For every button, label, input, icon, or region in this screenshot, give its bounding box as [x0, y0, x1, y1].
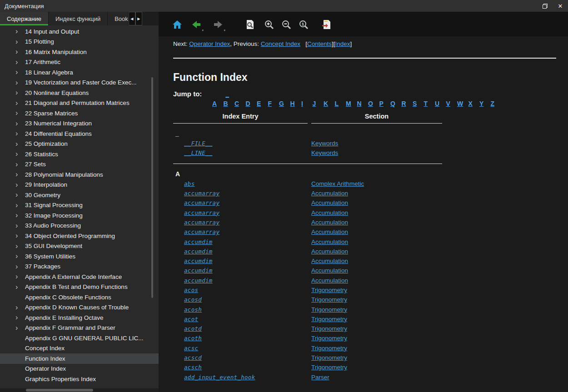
- sidebar-item[interactable]: ›20 Nonlinear Equations: [0, 88, 159, 98]
- sidebar-item[interactable]: ›35 GUI Development: [0, 241, 159, 252]
- sidebar-item[interactable]: ›29 Interpolation: [0, 180, 159, 190]
- section-link[interactable]: Trigonometry: [311, 325, 347, 332]
- next-link[interactable]: Operator Index: [189, 40, 230, 47]
- section-link[interactable]: Accumulation: [311, 248, 348, 255]
- sidebar-item[interactable]: Graphics Properties Index: [0, 374, 159, 384]
- jump-letter-link[interactable]: R: [402, 100, 413, 107]
- sidebar-item[interactable]: ›30 Geometry: [0, 190, 159, 200]
- section-link[interactable]: Keywords: [311, 140, 338, 147]
- function-entry-link[interactable]: add_input_event_hook: [184, 374, 255, 381]
- section-link[interactable]: Trigonometry: [311, 354, 347, 361]
- section-link[interactable]: Accumulation: [311, 219, 348, 226]
- previous-link[interactable]: Concept Index: [261, 40, 300, 47]
- chevron-right-icon[interactable]: ›: [15, 28, 25, 35]
- jump-letter-link[interactable]: N: [357, 100, 369, 107]
- jump-letter-link[interactable]: J: [313, 100, 324, 107]
- function-entry-link[interactable]: accumdim: [184, 248, 213, 255]
- sidebar-item[interactable]: ›37 Packages: [0, 262, 159, 272]
- chevron-right-icon[interactable]: ›: [15, 202, 25, 209]
- jump-letter-link[interactable]: L: [335, 100, 346, 107]
- back-button[interactable]: ▾: [189, 17, 204, 32]
- function-entry-link[interactable]: acoth: [184, 335, 202, 342]
- chevron-right-icon[interactable]: ›: [15, 181, 25, 189]
- jump-letter-link[interactable]: A: [212, 100, 224, 107]
- section-link[interactable]: Trigonometry: [311, 335, 347, 342]
- jump-letter-link[interactable]: O: [368, 100, 379, 107]
- function-entry-link[interactable]: accumarray: [184, 228, 219, 235]
- function-entry-link[interactable]: accumarray: [184, 199, 219, 206]
- sidebar-item[interactable]: ›16 Matrix Manipulation: [0, 47, 159, 57]
- sidebar-item[interactable]: ›33 Audio Processing: [0, 221, 159, 231]
- chevron-right-icon[interactable]: ›: [15, 243, 25, 250]
- sidebar-item[interactable]: ›32 Image Processing: [0, 210, 159, 221]
- chevron-right-icon[interactable]: ›: [15, 130, 25, 137]
- sidebar-item[interactable]: ›28 Polynomial Manipulations: [0, 169, 159, 180]
- chevron-right-icon[interactable]: ›: [15, 69, 25, 76]
- jump-letter-link[interactable]: E: [257, 100, 268, 107]
- section-link[interactable]: Accumulation: [311, 267, 348, 274]
- chevron-right-icon[interactable]: ›: [15, 89, 25, 96]
- zoom-in-button[interactable]: [261, 17, 277, 32]
- section-link[interactable]: Trigonometry: [311, 345, 347, 352]
- sidebar-item[interactable]: ›25 Optimization: [0, 139, 159, 149]
- sidebar-item[interactable]: ›19 Vectorization and Faster Code Exec..…: [0, 78, 159, 88]
- function-entry-link[interactable]: accumarray: [184, 209, 219, 216]
- home-button[interactable]: [169, 17, 185, 32]
- sidebar-item[interactable]: ›34 Object Oriented Programming: [0, 231, 159, 241]
- jump-letter-link[interactable]: F: [268, 100, 279, 107]
- jump-letter-link[interactable]: B: [224, 100, 235, 107]
- section-link[interactable]: Trigonometry: [311, 306, 347, 313]
- jump-letter-link[interactable]: P: [379, 100, 391, 107]
- sidebar-item[interactable]: Appendix C Obsolete Functions: [0, 292, 159, 303]
- sidebar-item[interactable]: ›23 Numerical Integration: [0, 119, 159, 129]
- forward-button[interactable]: ▾: [210, 17, 226, 32]
- section-link[interactable]: Keywords: [311, 149, 338, 156]
- function-entry-link[interactable]: acotd: [184, 325, 202, 332]
- jump-letter-link[interactable]: Y: [479, 100, 491, 107]
- jump-letter-link[interactable]: U: [435, 100, 446, 107]
- sidebar-item[interactable]: Operator Index: [0, 364, 159, 374]
- sidebar-item[interactable]: ›17 Arithmetic: [0, 57, 159, 68]
- chevron-right-icon[interactable]: ›: [15, 109, 25, 117]
- jump-letter-link[interactable]: D: [246, 100, 257, 107]
- sidebar-item[interactable]: ›Appendix B Test and Demo Functions: [0, 282, 159, 293]
- chevron-right-icon[interactable]: ›: [15, 161, 25, 168]
- tab-function-index[interactable]: Индекс функций: [49, 12, 108, 25]
- section-link[interactable]: Accumulation: [311, 277, 348, 284]
- sidebar-item[interactable]: ›21 Diagonal and Permutation Matrices: [0, 98, 159, 109]
- sidebar-item[interactable]: ›22 Sparse Matrices: [0, 108, 159, 119]
- function-entry-link[interactable]: accumdim: [184, 277, 213, 284]
- jump-letter-link[interactable]: _: [225, 91, 229, 98]
- sidebar-item[interactable]: ›26 Statistics: [0, 149, 159, 159]
- jump-letter-link[interactable]: W: [457, 100, 468, 107]
- section-link[interactable]: Trigonometry: [311, 296, 347, 303]
- jump-letter-link[interactable]: M: [346, 100, 357, 107]
- section-link[interactable]: Accumulation: [311, 209, 348, 216]
- jump-letter-link[interactable]: Q: [390, 100, 402, 107]
- sidebar-item[interactable]: ›36 System Utilities: [0, 251, 159, 262]
- sidebar-item[interactable]: Concept Index: [0, 343, 159, 354]
- function-entry-link[interactable]: acosd: [184, 296, 202, 303]
- section-link[interactable]: Accumulation: [311, 258, 348, 264]
- chevron-right-icon[interactable]: ›: [15, 38, 25, 45]
- function-entry-link[interactable]: __FILE__: [184, 140, 213, 147]
- jump-letter-link[interactable]: X: [468, 100, 480, 107]
- sidebar-horizontal-scrollbar[interactable]: [0, 388, 159, 392]
- sidebar-item[interactable]: ›14 Input and Output: [0, 26, 159, 37]
- function-entry-link[interactable]: acot: [184, 316, 198, 323]
- chevron-right-icon[interactable]: ›: [15, 232, 25, 239]
- function-entry-link[interactable]: accumdim: [184, 238, 213, 245]
- jump-letter-link[interactable]: S: [413, 100, 424, 107]
- find-in-page-button[interactable]: [242, 17, 258, 32]
- section-link[interactable]: Accumulation: [311, 190, 348, 197]
- chevron-right-icon[interactable]: ›: [15, 171, 25, 178]
- sidebar-item[interactable]: Appendix G GNU GENERAL PUBLIC LIC...: [0, 333, 159, 343]
- sidebar-item[interactable]: Function Index: [0, 353, 159, 364]
- restore-button[interactable]: [537, 0, 553, 12]
- chevron-right-icon[interactable]: ›: [15, 253, 25, 260]
- sidebar-item[interactable]: ›Appendix F Grammar and Parser: [0, 323, 159, 333]
- chevron-right-icon[interactable]: ›: [15, 283, 25, 291]
- jump-letter-link[interactable]: T: [424, 100, 435, 107]
- tab-scroll-right-button[interactable]: ▶: [135, 12, 142, 25]
- jump-letter-link[interactable]: Z: [491, 100, 502, 107]
